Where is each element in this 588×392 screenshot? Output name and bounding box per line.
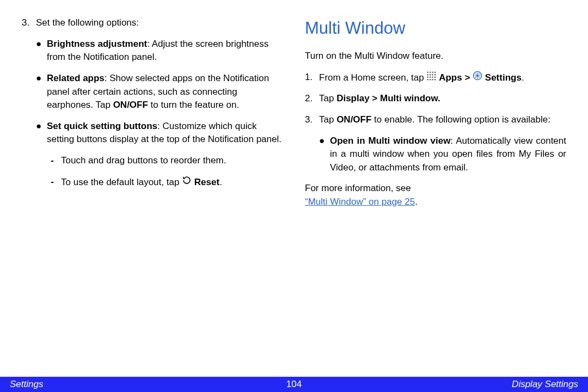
bullet-text: Related apps: Show selected apps on the … — [47, 72, 283, 112]
s3-post: to enable. The following option is avail… — [371, 114, 550, 125]
svg-point-3 — [434, 71, 436, 73]
rstep-3: 3. Tap ON/OFF to enable. The following o… — [305, 113, 566, 127]
bullet-related-apps: ● Related apps: Show selected apps on th… — [36, 72, 283, 112]
reset-icon — [182, 175, 192, 185]
svg-point-13 — [430, 79, 431, 81]
section-heading: Multi Window — [305, 16, 566, 41]
settings-label: Settings — [485, 72, 522, 83]
settings-gear-icon — [473, 71, 482, 81]
svg-point-10 — [432, 76, 434, 78]
manual-page: 3. Set the following options: ● Brightne… — [0, 0, 588, 392]
svg-point-14 — [432, 79, 434, 81]
bullet-text: Set quick setting buttons: Customize whi… — [47, 120, 283, 146]
step-text: Tap Display > Multi window. — [319, 92, 566, 106]
svg-point-12 — [427, 79, 429, 81]
rstep-2: 2. Tap Display > Multi window. — [305, 92, 566, 106]
svg-point-11 — [434, 76, 436, 78]
rstep-1: 1. From a Home screen, tap Apps > Settin… — [305, 71, 566, 85]
footer-right: Display Settings — [512, 379, 578, 390]
bullet-brightness: ● Brightness adjustment: Adjust the scre… — [36, 38, 283, 64]
svg-point-8 — [427, 76, 429, 78]
svg-point-6 — [432, 74, 434, 76]
svg-point-0 — [427, 71, 429, 73]
s1-pre: From a Home screen, tap — [319, 72, 426, 83]
more-pre: For more information, see — [305, 183, 411, 193]
step-number: 2. — [305, 92, 319, 106]
svg-point-5 — [430, 74, 431, 76]
step-number: 1. — [305, 71, 319, 85]
bullet-marker: ● — [36, 38, 47, 64]
page-content: 3. Set the following options: ● Brightne… — [0, 0, 588, 365]
dash-marker: - — [50, 154, 61, 168]
footer-left: Settings — [10, 379, 43, 390]
left-column: 3. Set the following options: ● Brightne… — [16, 16, 283, 365]
svg-point-17 — [476, 74, 479, 77]
reset-label: Reset — [194, 177, 219, 187]
svg-point-9 — [430, 76, 431, 78]
reset-post: . — [219, 177, 222, 187]
cross-ref-link[interactable]: “Multi Window” on page 25 — [305, 197, 415, 207]
sb-lead: Open in Multi window view — [330, 136, 450, 146]
onoff-label: ON/OFF — [336, 114, 371, 125]
onoff-label: ON/OFF — [113, 100, 148, 110]
step-number: 3. — [22, 16, 36, 30]
s2-pre: Tap — [319, 93, 336, 103]
bullet-open-multi-window: ● Open in Multi window view: Automatical… — [319, 134, 566, 175]
s2-path: Display > Multi window. — [336, 93, 440, 103]
dash-reset: - To use the default layout, tap Reset. — [50, 175, 283, 189]
svg-point-4 — [427, 74, 429, 76]
bullet-lead: Set quick setting buttons — [47, 121, 157, 131]
step-text: Tap ON/OFF to enable. The following opti… — [319, 113, 566, 127]
page-footer: Settings 104 Display Settings — [0, 377, 588, 392]
svg-point-7 — [434, 74, 436, 76]
dash-reorder: - Touch and drag buttons to reorder them… — [50, 154, 283, 168]
step-text: From a Home screen, tap Apps > Settings. — [319, 71, 566, 85]
bullet-marker: ● — [36, 72, 47, 112]
step-number: 3. — [305, 113, 319, 127]
bullet-rest-b: to turn the feature on. — [148, 100, 239, 110]
reset-pre: To use the default layout, tap — [61, 177, 182, 187]
svg-point-15 — [434, 79, 436, 81]
svg-point-2 — [432, 71, 434, 73]
bullet-lead: Related apps — [47, 73, 105, 83]
dash-marker: - — [50, 175, 61, 189]
more-post: . — [415, 197, 418, 207]
step-text: Set the following options: — [36, 16, 283, 30]
dash-text: Touch and drag buttons to reorder them. — [61, 154, 283, 168]
more-info: For more information, see “Multi Window”… — [305, 182, 566, 209]
svg-point-1 — [430, 71, 431, 73]
right-column: Multi Window Turn on the Multi Window fe… — [305, 16, 572, 365]
dash-text: To use the default layout, tap Reset. — [61, 175, 283, 189]
apps-label: Apps > — [439, 72, 470, 83]
s1-dot: . — [522, 72, 524, 83]
bullet-lead: Brightness adjustment — [47, 39, 147, 49]
s3-pre: Tap — [319, 114, 336, 125]
intro-text: Turn on the Multi Window feature. — [305, 50, 566, 63]
bullet-text: Open in Multi window view: Automatically… — [330, 134, 566, 175]
bullet-text: Brightness adjustment: Adjust the screen… — [47, 38, 283, 64]
apps-grid-icon — [426, 71, 436, 81]
page-number: 104 — [286, 379, 302, 390]
bullet-marker: ● — [319, 134, 330, 175]
bullet-marker: ● — [36, 120, 47, 146]
step-3: 3. Set the following options: — [22, 16, 283, 30]
bullet-quick-settings: ● Set quick setting buttons: Customize w… — [36, 120, 283, 146]
